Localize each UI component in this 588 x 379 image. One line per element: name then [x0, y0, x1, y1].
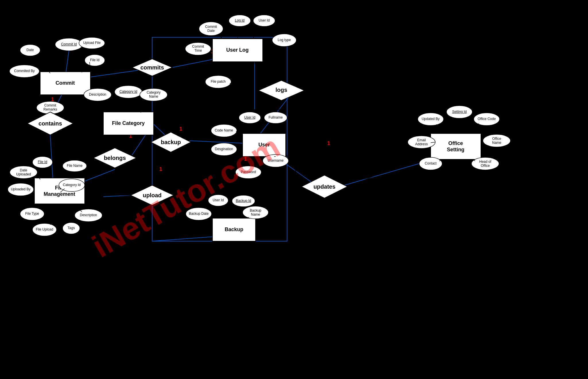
svg-text:Commit Id: Commit Id — [61, 42, 77, 46]
svg-text:Code Name: Code Name — [215, 128, 233, 132]
backup-rel-label: backup — [161, 139, 181, 145]
svg-text:Commit: Commit — [192, 45, 204, 49]
svg-text:Name: Name — [251, 212, 260, 216]
svg-text:Address: Address — [415, 142, 428, 146]
svg-text:Name: Name — [492, 141, 501, 145]
svg-text:Contact: Contact — [425, 161, 437, 165]
svg-text:Category: Category — [147, 90, 161, 94]
svg-text:Commited By: Commited By — [14, 69, 35, 73]
updates-label: updates — [314, 183, 336, 190]
svg-text:File Type: File Type — [25, 212, 39, 216]
svg-text:Office Code: Office Code — [477, 117, 496, 121]
svg-text:Log type: Log type — [278, 38, 291, 42]
svg-text:Log Id: Log Id — [235, 18, 244, 22]
logs-label: logs — [275, 87, 287, 93]
filecategory-label: File Category — [112, 120, 145, 126]
officesetting-label2: Setting — [447, 147, 465, 152]
svg-text:Uploaded By: Uploaded By — [11, 187, 31, 191]
svg-text:User Id: User Id — [244, 115, 256, 119]
svg-text:File Id: File Id — [38, 160, 47, 164]
officesetting-label: Office — [448, 140, 463, 146]
backup-label: Backup — [225, 227, 243, 232]
svg-text:Commit: Commit — [44, 103, 56, 107]
svg-text:Remarks: Remarks — [43, 107, 57, 111]
svg-text:Category Id: Category Id — [63, 183, 81, 187]
svg-text:Date: Date — [20, 168, 27, 172]
svg-text:Uploaded: Uploaded — [16, 172, 31, 176]
filemanagement-label2: Management — [44, 191, 75, 197]
commit-entity-label: Commit — [56, 80, 75, 86]
svg-text:Updated By: Updated By — [422, 117, 440, 121]
svg-text:Office: Office — [492, 137, 501, 141]
svg-text:Head of: Head of — [479, 160, 492, 164]
svg-text:User Id: User Id — [259, 18, 270, 22]
svg-text:Category Id: Category Id — [119, 90, 137, 94]
svg-text:Fullname: Fullname — [268, 115, 283, 119]
svg-text:File Upload: File Upload — [36, 227, 53, 231]
svg-text:Commit: Commit — [205, 25, 217, 29]
svg-text:Backup Id: Backup Id — [236, 199, 251, 203]
svg-text:Email: Email — [417, 138, 426, 142]
commits-label: commits — [140, 64, 164, 71]
svg-text:File Name: File Name — [67, 164, 83, 168]
contains-label: contains — [38, 120, 62, 127]
svg-text:Description: Description — [89, 92, 106, 96]
svg-text:Name: Name — [149, 94, 158, 98]
svg-text:File patch: File patch — [211, 80, 226, 84]
svg-text:Description: Description — [80, 213, 97, 217]
svg-text:Time: Time — [194, 49, 202, 53]
svg-text:File Id: File Id — [90, 58, 100, 62]
er-diagram: N 1 N 1 N 1 1 1 1 N 1 Commit Commit Id D… — [0, 0, 588, 379]
svg-text:Upload File: Upload File — [83, 41, 101, 45]
svg-text:Date: Date — [207, 29, 215, 33]
card-office-1: 1 — [327, 140, 330, 146]
svg-text:Setting Id: Setting Id — [452, 110, 467, 114]
svg-text:Tags: Tags — [67, 226, 75, 230]
svg-text:Backup: Backup — [250, 208, 261, 212]
card-backup-1: 1 — [179, 126, 182, 132]
userlog-entity-label: User Log — [226, 47, 249, 53]
svg-text:Office: Office — [481, 164, 490, 168]
card-upload-1: 1 — [159, 166, 162, 172]
svg-text:Date: Date — [26, 48, 34, 52]
belongs-label: belongs — [104, 155, 126, 161]
